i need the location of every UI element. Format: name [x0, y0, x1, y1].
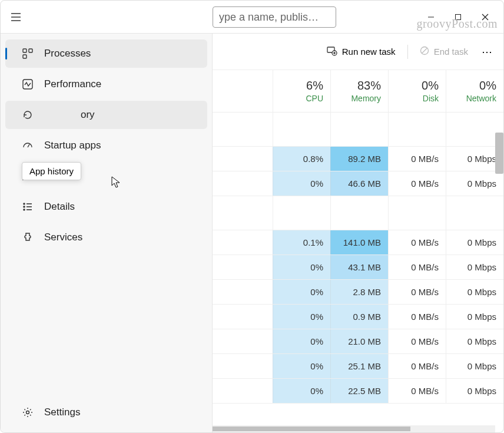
cell: 0% — [273, 171, 330, 196]
gauge-icon — [22, 140, 34, 151]
column-header-network[interactable]: 0% Network — [446, 70, 503, 112]
header-label: Disk — [423, 94, 439, 103]
table-row[interactable]: 0%2.8 MB0 MB/s0 Mbps — [213, 280, 503, 305]
sidebar-item-label: Startup apps — [44, 140, 101, 151]
cell: 0 Mbps — [446, 354, 503, 378]
svg-point-20 — [26, 411, 29, 414]
sidebar-item-details[interactable]: Details — [5, 193, 207, 221]
cell: 0% — [273, 280, 330, 304]
cell: 46.6 MB — [330, 171, 388, 196]
sidebar-item-performance[interactable]: Performance — [5, 70, 207, 98]
table-row[interactable]: 0%43.1 MB0 MB/s0 Mbps — [213, 255, 503, 280]
table-row[interactable]: 0%46.6 MB0 MB/s0 Mbps — [213, 171, 503, 196]
svg-point-16 — [24, 209, 25, 210]
cell: 0.8% — [273, 147, 330, 171]
header-pct: 0% — [422, 79, 439, 92]
close-button[interactable] — [472, 8, 499, 27]
tooltip-app-history: App history — [22, 162, 81, 180]
cell: 0.1% — [273, 230, 330, 254]
cell: 0 Mbps — [446, 305, 503, 329]
search-placeholder: ype a name, publis… — [219, 11, 319, 24]
puzzle-icon — [22, 232, 34, 243]
cell: 0 Mbps — [446, 379, 503, 403]
cell: 0 MB/s — [388, 280, 446, 304]
svg-rect-7 — [23, 49, 26, 52]
maximize-button[interactable] — [445, 8, 472, 27]
cell: 0 MB/s — [388, 379, 446, 403]
activity-icon — [22, 78, 34, 90]
svg-rect-8 — [29, 49, 32, 52]
table-row[interactable]: 0%25.1 MB0 MB/s0 Mbps — [213, 354, 503, 379]
sidebar-item-label: Details — [44, 201, 75, 213]
sidebar-item-app-history[interactable]: ory — [5, 101, 207, 129]
minimize-button[interactable] — [417, 8, 445, 27]
sidebar-item-startup-apps[interactable]: Startup apps — [5, 131, 207, 160]
cell: 0 Mbps — [446, 255, 503, 279]
end-task-button: End task — [414, 42, 474, 61]
sidebar-item-label: Performance — [44, 78, 101, 90]
cell: 0% — [273, 329, 330, 353]
list-icon — [22, 201, 34, 213]
header-label: Memory — [351, 94, 381, 103]
table-row[interactable]: 0%22.5 MB0 MB/s0 Mbps — [213, 379, 503, 404]
table-row[interactable]: 0.1%141.0 MB0 MB/s0 Mbps — [213, 230, 503, 255]
toolbar-separator — [407, 45, 408, 59]
cell: 22.5 MB — [330, 379, 388, 403]
header-pct: 6% — [306, 79, 323, 92]
cell: 2.8 MB — [330, 280, 388, 304]
horizontal-scrollbar-thumb[interactable] — [213, 427, 410, 431]
svg-rect-9 — [23, 55, 26, 58]
cell: 0 Mbps — [446, 230, 503, 254]
column-header-cpu[interactable]: 6% CPU — [273, 70, 330, 112]
horizontal-scrollbar[interactable] — [213, 425, 495, 432]
sidebar-item-label: Settings — [44, 406, 80, 418]
column-headers: 6% CPU 83% Memory 0% Disk 0% Network — [213, 70, 503, 113]
sidebar-item-processes[interactable]: Processes — [5, 39, 207, 68]
sidebar-item-services[interactable]: Services — [5, 223, 207, 252]
svg-line-11 — [28, 144, 29, 147]
cell: 0% — [273, 255, 330, 279]
cell: 0 MB/s — [388, 329, 446, 353]
table-row[interactable]: 0.8%89.2 MB0 MB/s0 Mbps — [213, 147, 503, 171]
cell: 0 Mbps — [446, 280, 503, 304]
cell: 21.0 MB — [330, 329, 388, 353]
history-icon — [22, 109, 34, 121]
cell: 0 MB/s — [388, 305, 446, 329]
cell: 0 MB/s — [388, 147, 446, 171]
cell: 0 Mbps — [446, 171, 503, 196]
cell: 0% — [273, 305, 330, 329]
cell: 0.9 MB — [330, 305, 388, 329]
more-options-button[interactable]: ⋯ — [478, 42, 496, 61]
run-new-task-button[interactable]: Run new task — [321, 42, 402, 61]
svg-point-15 — [24, 206, 25, 207]
sidebar-item-settings[interactable]: Settings — [5, 398, 207, 427]
header-pct: 83% — [357, 79, 381, 92]
svg-rect-4 — [456, 14, 461, 19]
sidebar-item-label: Processes — [44, 48, 91, 60]
table-row[interactable] — [213, 196, 503, 230]
header-pct: 0% — [479, 79, 496, 92]
vertical-scrollbar[interactable] — [495, 133, 503, 174]
run-new-task-label: Run new task — [342, 47, 396, 57]
table-row[interactable]: 0%0.9 MB0 MB/s0 Mbps — [213, 305, 503, 329]
sidebar-item-label: ory — [81, 109, 95, 121]
header-label: CPU — [306, 94, 323, 103]
ban-icon — [420, 46, 429, 57]
run-task-icon — [327, 45, 337, 58]
search-input[interactable]: ype a name, publis… — [213, 6, 336, 28]
table-row[interactable]: 0%21.0 MB0 MB/s0 Mbps — [213, 329, 503, 354]
sidebar-item-label: Services — [44, 232, 82, 243]
end-task-label: End task — [434, 47, 468, 57]
grid-icon — [22, 48, 34, 60]
hamburger-menu[interactable] — [5, 6, 26, 28]
column-header-memory[interactable]: 83% Memory — [330, 70, 388, 112]
cell: 0 MB/s — [388, 255, 446, 279]
cell: 89.2 MB — [330, 147, 388, 171]
cell: 0 MB/s — [388, 171, 446, 196]
cell: 0 MB/s — [388, 354, 446, 378]
column-header-disk[interactable]: 0% Disk — [388, 70, 446, 112]
svg-point-14 — [24, 203, 25, 204]
table-row[interactable] — [213, 113, 503, 147]
gear-icon — [22, 406, 34, 418]
process-rows: 0.8%89.2 MB0 MB/s0 Mbps0%46.6 MB0 MB/s0 … — [213, 113, 503, 432]
